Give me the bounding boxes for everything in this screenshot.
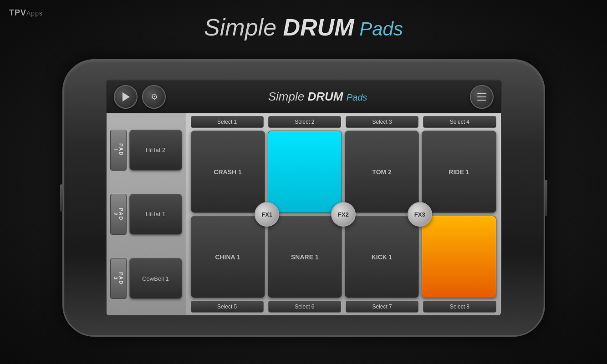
drum-pad-ride1[interactable]: RIDE 1 [422,131,496,213]
volume-slider[interactable] [545,180,547,216]
app-title: Simple DRUM Pads [268,90,367,104]
topbar-drum: DRUM [307,90,343,103]
drum-pad-snare1[interactable]: SNARE 1 [268,216,342,298]
top-bar-left: ⚙ [114,85,166,109]
title-pads: Pads [354,18,403,40]
drum-pad-kick1[interactable]: KICK 1 [345,216,419,298]
select-btn-3[interactable]: Select 3 [346,116,418,128]
top-bar: ⚙ Simple DRUM Pads [107,81,501,113]
pad2-label: PAD2 [110,194,127,235]
pad3-instrument[interactable]: CowBell 1 [129,258,182,299]
volume-bump [60,184,63,212]
select-btn-8[interactable]: Select 8 [423,301,496,313]
menu-button[interactable] [470,85,494,109]
top-select-row: Select 1 Select 2 Select 3 Select 4 [191,116,496,128]
pad-sidebar: PAD1 HiHat 2 PAD2 HiHat 1 PAD3 CowBell 1 [107,113,186,315]
pad-group-1: PAD1 HiHat 2 [110,130,182,171]
pad-group-2: PAD2 HiHat 1 [110,194,182,235]
drum-pad-tom2[interactable]: TOM 2 [345,131,419,213]
select-btn-5[interactable]: Select 5 [191,301,264,313]
main-content: PAD1 HiHat 2 PAD2 HiHat 1 PAD3 CowBell 1… [107,113,501,315]
select-btn-2[interactable]: Select 2 [268,116,341,128]
fx3-button[interactable]: FX3 [408,202,432,227]
apps-text: Apps [26,10,43,17]
pad1-instrument[interactable]: HiHat 2 [129,130,182,171]
pad3-label: PAD3 [110,258,127,299]
menu-line-2 [477,96,486,97]
pad1-label: PAD1 [110,130,127,171]
drum-grid-area: Select 1 Select 2 Select 3 Select 4 CRAS… [186,113,501,315]
bottom-select-row: Select 5 Select 6 Select 7 Select 8 [191,301,496,313]
select-btn-4[interactable]: Select 4 [423,116,496,128]
topbar-pads: Pads [347,92,367,102]
phone-device: ⚙ Simple DRUM Pads PAD1 HiHat 2 PA [62,59,545,337]
play-button[interactable] [114,85,138,109]
sliders-icon: ⚙ [151,92,157,102]
drum-pad-select2-active[interactable] [268,131,342,213]
select-btn-1[interactable]: Select 1 [191,116,264,128]
pad2-instrument[interactable]: HiHat 1 [129,194,182,235]
pad-grid: CRASH 1 TOM 2 RIDE 1 CHINA 1 SNARE 1 KIC… [191,131,496,298]
menu-line-3 [477,100,486,101]
topbar-simple: Simple [268,90,308,103]
menu-line-1 [477,93,486,94]
tpv-logo: TPVApps [9,8,43,18]
drum-pad-crash1[interactable]: CRASH 1 [191,131,265,213]
drum-pad-select8-active[interactable] [422,216,496,298]
tpv-text: TPV [9,8,26,17]
drum-pad-china1[interactable]: CHINA 1 [191,216,265,298]
pad-group-3: PAD3 CowBell 1 [110,258,182,299]
select-btn-7[interactable]: Select 7 [346,301,418,313]
fx1-button[interactable]: FX1 [255,202,279,227]
phone-screen: ⚙ Simple DRUM Pads PAD1 HiHat 2 PA [106,80,502,316]
select-btn-6[interactable]: Select 6 [268,301,341,313]
play-icon [122,92,130,101]
title-simple: Simple [204,14,283,40]
title-drum: DRUM [283,14,354,40]
settings-button[interactable]: ⚙ [142,85,166,109]
fx2-button[interactable]: FX2 [331,202,356,227]
main-title: Simple DRUM Pads [204,14,403,41]
